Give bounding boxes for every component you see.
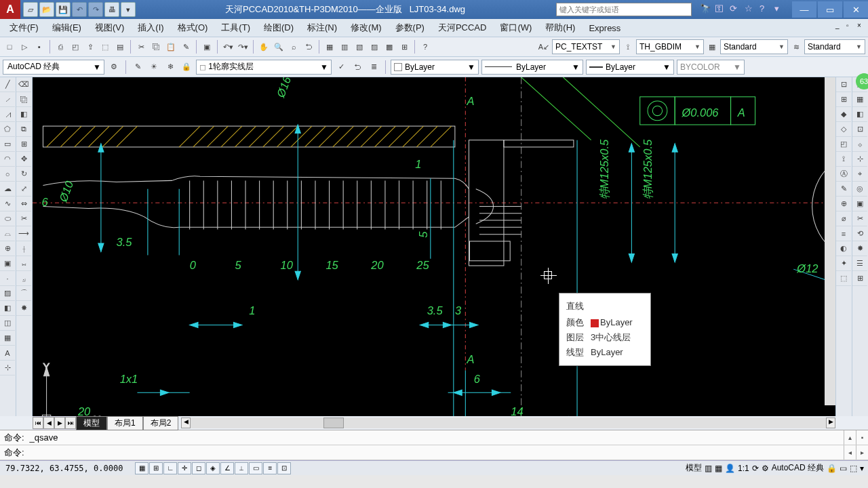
help2-icon[interactable]: ? <box>418 40 432 54</box>
layer-states-icon[interactable]: ☀ <box>147 60 161 74</box>
textstyle-icon[interactable]: A↙ <box>537 40 551 54</box>
menu-format[interactable]: 格式(O) <box>171 19 215 37</box>
menu-tools[interactable]: 工具(T) <box>214 19 257 37</box>
rt3-icon[interactable]: ◆ <box>836 107 851 122</box>
dimstyle-combo[interactable]: TH_GBDIM▼ <box>636 39 704 54</box>
3ddwf-icon[interactable]: ⬚ <box>98 40 112 54</box>
mtext-icon[interactable]: A <box>0 346 15 361</box>
line-icon[interactable]: ╱ <box>0 77 15 92</box>
polar-toggle[interactable]: ✛ <box>178 462 191 474</box>
point-icon[interactable]: · <box>0 271 15 286</box>
elarc-icon[interactable]: ⌓ <box>0 226 15 241</box>
osnap-toggle[interactable]: ◻ <box>192 462 205 474</box>
rtb10-icon[interactable]: ✂ <box>852 211 867 226</box>
textstyle-combo[interactable]: PC_TEXTST▼ <box>552 39 620 54</box>
workspace-combo[interactable]: AutoCAD 经典▼ <box>3 60 104 75</box>
color-combo[interactable]: ByLayer▼ <box>391 60 479 75</box>
fillet-icon[interactable]: ⌒ <box>16 286 31 301</box>
sheet-icon[interactable]: ▤ <box>113 40 127 54</box>
cmd-scroll-thumb[interactable]: ▪ <box>856 430 868 445</box>
status-ws-icon[interactable]: ⚙ <box>762 464 769 473</box>
rt13-icon[interactable]: ✦ <box>836 256 851 271</box>
erase-icon[interactable]: ⌫ <box>16 77 31 92</box>
rt12-icon[interactable]: ◐ <box>836 241 851 256</box>
makeblock-icon[interactable]: ▣ <box>0 256 15 271</box>
stretch-icon[interactable]: ⇔ <box>16 197 31 211</box>
workspace-gear-icon[interactable]: ⚙ <box>107 60 121 74</box>
zoom-win-icon[interactable]: ⌕ <box>287 40 300 54</box>
ssm-icon[interactable]: ▨ <box>368 40 381 54</box>
ducs-toggle[interactable]: ⟂ <box>235 462 248 474</box>
menu-view[interactable]: 视图(V) <box>88 19 131 37</box>
save-icon[interactable]: 💾 <box>56 2 71 17</box>
cmd-scroll-right[interactable]: ▸ <box>856 445 868 460</box>
cmd-scroll-left[interactable]: ◂ <box>844 445 856 460</box>
rt9-icon[interactable]: ⊕ <box>836 197 851 211</box>
layer-iso-icon[interactable]: ≣ <box>367 60 380 74</box>
drawing-canvas[interactable]: Ø0.006 A Ø16 A A 6 Ø10 3.5 1 5 Ø12 特M125… <box>33 77 835 416</box>
rtb7-icon[interactable]: ⌖ <box>852 167 867 182</box>
rtb6-icon[interactable]: ⊹ <box>852 152 867 167</box>
insert-icon[interactable]: ⊕ <box>0 241 15 256</box>
status-annoscale-icon[interactable]: ⟳ <box>752 464 759 473</box>
tablestyle-icon[interactable]: ▦ <box>705 40 719 54</box>
cut-icon[interactable]: ✂ <box>134 40 148 54</box>
markup-icon[interactable]: ▩ <box>382 40 396 54</box>
minimize-button[interactable]: — <box>792 1 816 18</box>
print-icon[interactable]: 🖶 <box>104 2 119 17</box>
tab-layout2[interactable]: 布局2 <box>143 416 179 430</box>
star-icon[interactable]: ☆ <box>745 3 757 16</box>
close-button[interactable]: ✕ <box>844 1 868 18</box>
pan-icon[interactable]: ✋ <box>257 40 271 54</box>
revcloud-icon[interactable]: ☁ <box>0 182 15 197</box>
circle-icon[interactable]: ○ <box>0 167 15 182</box>
binoculars-icon[interactable]: 🔭 <box>700 3 712 16</box>
tab-nav-prev[interactable]: ◀ <box>43 417 54 429</box>
status-iso-icon[interactable]: ⬚ <box>850 464 857 473</box>
menu-draw[interactable]: 绘图(D) <box>257 19 300 37</box>
zoom-prev-icon[interactable]: ⮌ <box>302 40 315 54</box>
layer-mgr-icon[interactable]: ✎ <box>131 60 144 74</box>
rt6-icon[interactable]: ⟟ <box>836 152 851 167</box>
status-person-icon[interactable]: 👤 <box>725 464 735 473</box>
status-qview-icon[interactable]: ▥ <box>705 464 712 473</box>
menu-file[interactable]: 文件(F) <box>3 19 45 37</box>
rtb12-icon[interactable]: ✸ <box>852 241 867 256</box>
undo-icon[interactable]: ↶ <box>72 2 87 17</box>
arc-icon[interactable]: ◠ <box>0 152 15 167</box>
break-icon[interactable]: ⟊ <box>16 241 31 256</box>
horizontal-scrollbar[interactable]: ◀ ▶ <box>181 418 835 428</box>
lwt-toggle[interactable]: ≡ <box>263 462 277 474</box>
block-icon[interactable]: ▣ <box>200 40 214 54</box>
search-input[interactable] <box>557 3 691 16</box>
polygon-icon[interactable]: ⬠ <box>0 122 15 137</box>
rt10-icon[interactable]: ⌀ <box>836 211 851 226</box>
menu-insert[interactable]: 插入(I) <box>131 19 170 37</box>
rt5-icon[interactable]: ◰ <box>836 137 851 152</box>
table-icon[interactable]: ▦ <box>0 331 15 346</box>
new-icon[interactable]: ▱ <box>23 2 38 17</box>
spline-icon[interactable]: ∿ <box>0 197 15 211</box>
key-icon[interactable]: ⚿ <box>715 3 727 16</box>
gradient-icon[interactable]: ◧ <box>0 301 15 316</box>
plot-icon[interactable]: ⎙ <box>54 40 67 54</box>
menu-express[interactable]: Express <box>582 20 627 36</box>
tab-model[interactable]: 模型 <box>76 416 107 430</box>
dimstyle-icon[interactable]: ⟟ <box>621 40 635 54</box>
region-icon[interactable]: ◫ <box>0 316 15 331</box>
menu-help[interactable]: 帮助(H) <box>538 19 582 37</box>
status-qvdwg-icon[interactable]: ▦ <box>715 464 722 473</box>
tab-nav-last[interactable]: ⏭ <box>65 417 76 429</box>
trim-icon[interactable]: ✂ <box>16 211 31 226</box>
layer-lock-icon[interactable]: 🔒 <box>180 60 193 74</box>
rt1-icon[interactable]: ⊡ <box>836 77 851 92</box>
plotstyle-combo[interactable]: BYCOLOR▼ <box>677 60 745 75</box>
rt8-icon[interactable]: ✎ <box>836 182 851 197</box>
rt11-icon[interactable]: ≡ <box>836 226 851 241</box>
new-doc-icon[interactable]: □ <box>3 40 16 54</box>
rotate-icon[interactable]: ↻ <box>16 167 31 182</box>
linetype-combo[interactable]: ByLayer▼ <box>481 60 583 75</box>
menu-parametric[interactable]: 参数(P) <box>389 19 431 37</box>
status-ws-label[interactable]: AutoCAD 经典 <box>772 462 824 474</box>
preview-icon[interactable]: ◰ <box>68 40 82 54</box>
